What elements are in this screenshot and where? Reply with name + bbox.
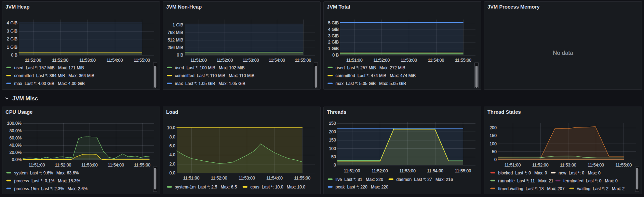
svg-text:100: 100 [329, 146, 336, 151]
svg-text:512 MiB: 512 MiB [167, 38, 183, 42]
svg-text:waitingLast *: 2Max: 2: waitingLast *: 2Max: 2 [577, 186, 625, 191]
svg-text:daemonLast *: 27Max: 216: daemonLast *: 27Max: 216 [397, 177, 453, 182]
svg-text:newLast *: 0Max: 0: newLast *: 0Max: 0 [559, 171, 601, 175]
svg-text:768 MiB: 768 MiB [167, 30, 183, 35]
svg-text:40.0%: 40.0% [10, 143, 22, 148]
svg-text:maxLast *: 4.00 GiBMax: 4.00 G: maxLast *: 4.00 GiBMax: 4.00 GiB [14, 81, 85, 86]
svg-text:11:52:00: 11:52:00 [532, 163, 549, 168]
svg-text:150: 150 [329, 138, 336, 143]
svg-text:0: 0 [494, 157, 497, 162]
svg-text:11:51:00: 11:51:00 [29, 163, 45, 168]
svg-text:11:51:00: 11:51:00 [344, 169, 360, 173]
svg-text:committedLast *: 474 MiBMax: 4: committedLast *: 474 MiBMax: 474 MiB [336, 73, 416, 78]
svg-text:11:53:00: 11:53:00 [401, 58, 417, 63]
svg-text:11:53:00: 11:53:00 [243, 58, 259, 63]
svg-text:5 GiB: 5 GiB [328, 21, 339, 25]
svg-text:11:53:00: 11:53:00 [81, 163, 98, 168]
svg-text:200: 200 [329, 130, 336, 134]
svg-text:11:52:00: 11:52:00 [55, 163, 71, 168]
svg-text:11:54:00: 11:54:00 [269, 58, 285, 63]
svg-text:256 MiB: 256 MiB [167, 45, 183, 50]
svg-text:timed-waitingLast *: 18Max: 20: timed-waitingLast *: 18Max: 207 [498, 186, 565, 191]
svg-text:11:55:00: 11:55:00 [134, 163, 150, 168]
svg-text:committedLast *: 364 MiBMax: 3: committedLast *: 364 MiBMax: 364 MiB [14, 73, 95, 78]
svg-text:11:55:00: 11:55:00 [295, 58, 311, 63]
svg-text:11:51:00: 11:51:00 [25, 58, 41, 63]
svg-text:200: 200 [489, 125, 497, 130]
svg-text:60.0%: 60.0% [10, 136, 22, 140]
svg-text:1 GiB: 1 GiB [173, 23, 183, 27]
svg-text:3 GiB: 3 GiB [7, 29, 17, 34]
svg-text:11:54:00: 11:54:00 [588, 163, 604, 168]
svg-text:0 B: 0 B [177, 53, 183, 58]
svg-text:terminatedLast *: 0Max: 0: terminatedLast *: 0Max: 0 [563, 178, 618, 183]
svg-text:4 GiB: 4 GiB [328, 27, 339, 32]
svg-text:liveLast *: 31Max: 220: liveLast *: 31Max: 220 [336, 177, 384, 182]
svg-text:runnableLast *: 11Max: 21: runnableLast *: 11Max: 21 [498, 178, 553, 183]
svg-text:1 GiB: 1 GiB [7, 45, 17, 50]
svg-text:50: 50 [331, 155, 336, 159]
svg-text:11:52:00: 11:52:00 [217, 58, 233, 63]
svg-text:10.0: 10.0 [167, 125, 175, 130]
svg-text:11:52:00: 11:52:00 [52, 58, 69, 63]
svg-text:11:52:00: 11:52:00 [374, 58, 390, 63]
svg-text:4.0: 4.0 [170, 152, 175, 157]
svg-text:3 GiB: 3 GiB [328, 34, 339, 38]
svg-text:cpusLast *: 10.0Max: 10.0: cpusLast *: 10.0Max: 10.0 [251, 185, 306, 189]
svg-text:processLast *: 0.1%Max: 15.3%: processLast *: 0.1%Max: 15.3% [14, 178, 80, 183]
svg-text:11:53:00: 11:53:00 [560, 163, 576, 168]
svg-text:150: 150 [489, 133, 497, 138]
svg-text:11:51:00: 11:51:00 [183, 176, 200, 181]
svg-text:maxLast *: 5.05 GiBMax: 5.05 G: maxLast *: 5.05 GiBMax: 5.05 GiB [336, 81, 406, 86]
svg-text:usedLast *: 257 MiBMax: 272 Mi: usedLast *: 257 MiBMax: 272 MiB [336, 65, 405, 70]
svg-text:11:54:00: 11:54:00 [107, 58, 123, 63]
svg-text:0 B: 0 B [11, 53, 17, 58]
svg-text:No data: No data [553, 50, 573, 56]
svg-text:0.0: 0.0 [170, 171, 175, 175]
svg-text:11:55:00: 11:55:00 [455, 169, 471, 173]
svg-text:usedLast *: 100 MiBMax: 102 Mi: usedLast *: 100 MiBMax: 102 MiB [175, 65, 245, 70]
svg-text:0: 0 [334, 163, 336, 168]
svg-text:0 B: 0 B [332, 53, 339, 58]
svg-text:process-15mLast *: 2.3%Max: 2.: process-15mLast *: 2.3%Max: 2.6% [14, 186, 88, 191]
svg-text:systemLast *: 9.6%Max: 63.6%: systemLast *: 9.6%Max: 63.6% [14, 171, 79, 175]
svg-text:11:52:00: 11:52:00 [372, 169, 388, 173]
svg-text:11:54:00: 11:54:00 [266, 176, 283, 181]
svg-text:11:53:00: 11:53:00 [399, 169, 416, 173]
svg-text:peakLast *: 220Max: 220: peakLast *: 220Max: 220 [336, 185, 389, 189]
svg-text:11:55:00: 11:55:00 [616, 163, 632, 168]
svg-text:0.0%: 0.0% [12, 157, 22, 162]
svg-text:1 GiB: 1 GiB [328, 46, 339, 51]
svg-text:maxLast *: 1.05 GiBMax: 1.05 G: maxLast *: 1.05 GiBMax: 1.05 GiB [175, 81, 245, 86]
svg-text:usedLast *: 157 MiBMax: 171 Mi: usedLast *: 157 MiBMax: 171 MiB [14, 65, 84, 70]
svg-text:11:53:00: 11:53:00 [239, 176, 255, 181]
svg-text:11:54:00: 11:54:00 [108, 163, 124, 168]
svg-text:11:55:00: 11:55:00 [455, 58, 471, 63]
svg-text:2 GiB: 2 GiB [7, 37, 17, 41]
svg-text:11:55:00: 11:55:00 [294, 176, 311, 181]
svg-text:11:51:00: 11:51:00 [505, 163, 521, 168]
svg-text:11:53:00: 11:53:00 [79, 58, 96, 63]
svg-text:11:54:00: 11:54:00 [427, 169, 443, 173]
svg-text:4 GiB: 4 GiB [7, 21, 17, 25]
svg-text:2.0: 2.0 [170, 162, 175, 167]
svg-text:50: 50 [492, 149, 497, 154]
svg-text:250: 250 [329, 121, 336, 126]
svg-text:6.0: 6.0 [170, 144, 175, 148]
svg-text:11:54:00: 11:54:00 [428, 58, 444, 63]
svg-text:2 GiB: 2 GiB [328, 40, 339, 45]
svg-text:100.0%: 100.0% [7, 121, 22, 126]
svg-text:100: 100 [489, 141, 497, 146]
svg-text:11:51:00: 11:51:00 [346, 58, 363, 63]
svg-text:blockedLast *: 0Max: 0: blockedLast *: 0Max: 0 [498, 171, 547, 175]
svg-text:11:52:00: 11:52:00 [211, 176, 227, 181]
svg-text:80.0%: 80.0% [10, 128, 22, 133]
svg-text:8.0: 8.0 [170, 135, 175, 139]
svg-text:system-1mLast *: 2.5Max: 6.5: system-1mLast *: 2.5Max: 6.5 [175, 185, 237, 189]
svg-text:committedLast *: 110 MiBMax: 1: committedLast *: 110 MiBMax: 110 MiB [175, 73, 255, 78]
svg-text:20.0%: 20.0% [10, 150, 22, 155]
svg-text:11:55:00: 11:55:00 [134, 58, 150, 63]
svg-text:11:51:00: 11:51:00 [190, 58, 207, 63]
